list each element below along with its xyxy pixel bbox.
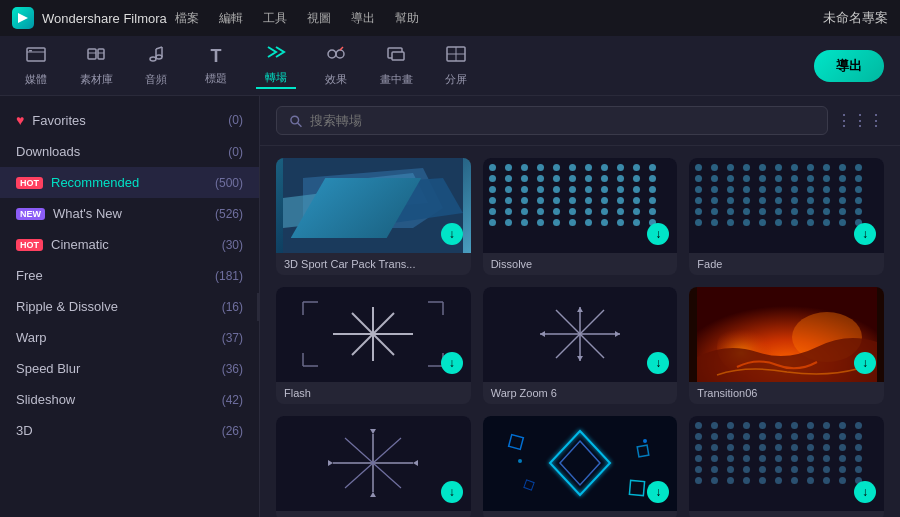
card-dots3[interactable]: ↓ <box>689 416 884 517</box>
car-download-btn[interactable]: ↓ <box>441 223 463 245</box>
transition-icon <box>266 43 286 66</box>
fire-thumbnail: ↓ <box>689 287 884 382</box>
heart-icon: ♥ <box>16 112 24 128</box>
sidebar-item-cinematic[interactable]: HOT Cinematic (30) <box>0 229 259 260</box>
downloads-count: (0) <box>228 145 243 159</box>
dots3-label <box>689 511 884 517</box>
menu-tools[interactable]: 工具 <box>263 10 287 27</box>
search-wrapper <box>276 106 828 135</box>
materials-label: 素材庫 <box>80 72 113 87</box>
arrows-download-btn[interactable]: ↓ <box>441 481 463 503</box>
grid-view-icon[interactable]: ⋮⋮⋮ <box>836 111 884 130</box>
export-button[interactable]: 導出 <box>814 50 884 82</box>
ripple-label: Ripple & Dissolve <box>16 299 118 314</box>
dissolve-dots <box>489 164 661 226</box>
fire-svg <box>697 287 877 382</box>
svg-rect-12 <box>392 52 404 60</box>
blue-diamond-thumbnail: ↓ <box>483 416 678 511</box>
toolbar-materials[interactable]: 素材庫 <box>76 45 116 87</box>
ripple-count: (16) <box>222 300 243 314</box>
flash-svg <box>283 287 463 382</box>
fade-download-btn[interactable]: ↓ <box>854 223 876 245</box>
svg-rect-1 <box>29 50 32 52</box>
sidebar-item-recommended[interactable]: HOT Recommended (500) <box>0 167 259 198</box>
sidebar-item-speed-blur[interactable]: Speed Blur (36) <box>0 353 259 384</box>
grid-content: ↓ 3D Sport Car Pack Trans... <box>260 146 900 517</box>
warp-thumbnail: ↓ <box>483 287 678 382</box>
warp-svg <box>490 287 670 382</box>
card-transition06[interactable]: ↓ Transition06 <box>689 287 884 404</box>
menu-edit[interactable]: 編輯 <box>219 10 243 27</box>
toolbar-transition[interactable]: 轉場 <box>256 43 296 89</box>
svg-point-8 <box>156 55 162 59</box>
svg-line-17 <box>298 122 302 126</box>
toolbar: 媒體 素材庫 <box>0 36 900 96</box>
card-car-pack[interactable]: ↓ 3D Sport Car Pack Trans... <box>276 158 471 275</box>
sidebar-item-3d[interactable]: 3D (26) <box>0 415 259 446</box>
fade-thumbnail: ↓ <box>689 158 884 253</box>
title-bar-left: Wondershare Filmora 檔案 編輯 工具 視圖 導出 幫助 <box>12 7 419 29</box>
card-arrows[interactable]: ↓ <box>276 416 471 517</box>
svg-point-16 <box>291 116 299 124</box>
flash-thumbnail: ↓ <box>276 287 471 382</box>
sidebar-item-slideshow[interactable]: Slideshow (42) <box>0 384 259 415</box>
toolbar-title[interactable]: T 標題 <box>196 46 236 86</box>
dissolve-label: Dissolve <box>483 253 678 275</box>
transition-label: 轉場 <box>265 70 287 85</box>
toolbar-overlay[interactable]: 畫中畫 <box>376 45 416 87</box>
fade-dots <box>695 164 867 226</box>
sidebar: ♥ Favorites (0) Downloads (0) HOT Recomm… <box>0 96 260 517</box>
effects-label: 效果 <box>325 72 347 87</box>
card-warp-zoom[interactable]: ↓ Warp Zoom 6 <box>483 287 678 404</box>
card-flash[interactable]: ↓ Flash <box>276 287 471 404</box>
search-input[interactable] <box>310 113 815 128</box>
toolbar-media[interactable]: 媒體 <box>16 45 56 87</box>
svg-rect-0 <box>27 48 45 61</box>
toolbar-split[interactable]: 分屏 <box>436 45 476 87</box>
svg-point-78 <box>643 439 647 443</box>
dots3-thumbnail: ↓ <box>689 416 884 511</box>
warp-zoom-label: Warp Zoom 6 <box>483 382 678 404</box>
menu-view[interactable]: 視圖 <box>307 10 331 27</box>
card-blue-diamond[interactable]: ↓ <box>483 416 678 517</box>
free-count: (181) <box>215 269 243 283</box>
downloads-label: Downloads <box>16 144 80 159</box>
arrows-thumbnail: ↓ <box>276 416 471 511</box>
materials-icon <box>86 45 106 68</box>
transition06-label: Transition06 <box>689 382 884 404</box>
dots3-grid <box>695 422 867 484</box>
sidebar-item-warp[interactable]: Warp (37) <box>0 322 259 353</box>
menu-file[interactable]: 檔案 <box>175 10 199 27</box>
sidebar-item-whats-new[interactable]: New What's New (526) <box>0 198 259 229</box>
car-svg <box>283 158 463 253</box>
main-content: ♥ Favorites (0) Downloads (0) HOT Recomm… <box>0 96 900 517</box>
effects-icon <box>326 45 346 68</box>
sidebar-item-free[interactable]: Free (181) <box>0 260 259 291</box>
fire-download-btn[interactable]: ↓ <box>854 352 876 374</box>
arrows-label <box>276 511 471 517</box>
svg-line-6 <box>156 47 162 49</box>
title-icon: T <box>211 46 222 67</box>
menu-export[interactable]: 導出 <box>351 10 375 27</box>
sidebar-item-downloads[interactable]: Downloads (0) <box>0 136 259 167</box>
recommended-label: Recommended <box>51 175 139 190</box>
media-label: 媒體 <box>25 72 47 87</box>
flash-download-btn[interactable]: ↓ <box>441 352 463 374</box>
warp-count: (37) <box>222 331 243 345</box>
sidebar-item-favorites[interactable]: ♥ Favorites (0) <box>0 104 259 136</box>
toolbar-effects[interactable]: 效果 <box>316 45 356 87</box>
slideshow-label: Slideshow <box>16 392 75 407</box>
toolbar-audio[interactable]: 音頻 <box>136 45 176 87</box>
card-fade[interactable]: ↓ Fade <box>689 158 884 275</box>
sidebar-item-ripple[interactable]: Ripple & Dissolve (16) <box>0 291 259 322</box>
cinematic-hot-badge: HOT <box>16 239 43 251</box>
fade-label: Fade <box>689 253 884 275</box>
blue-diamond-label <box>483 511 678 517</box>
dots3-download-btn[interactable]: ↓ <box>854 481 876 503</box>
speed-blur-count: (36) <box>222 362 243 376</box>
overlay-label: 畫中畫 <box>380 72 413 87</box>
menu-help[interactable]: 幫助 <box>395 10 419 27</box>
card-dissolve[interactable]: ↓ Dissolve <box>483 158 678 275</box>
search-bar: ⋮⋮⋮ <box>260 96 900 146</box>
toolbar-items: 媒體 素材庫 <box>16 43 476 89</box>
